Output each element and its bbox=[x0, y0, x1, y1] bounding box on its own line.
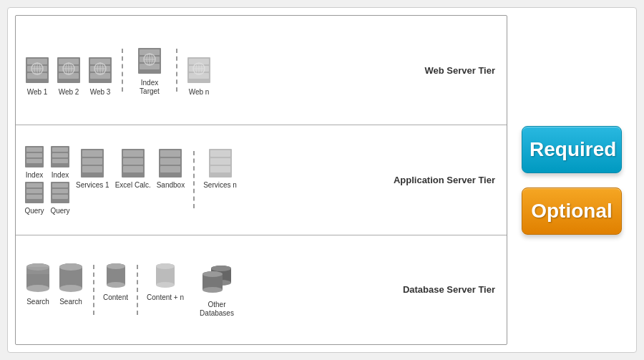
svg-point-83 bbox=[107, 282, 125, 288]
svg-rect-46 bbox=[26, 189, 42, 193]
item-label: Search bbox=[26, 298, 49, 306]
sandbox-icon bbox=[157, 147, 183, 179]
legend-panel: Required Optional bbox=[514, 15, 629, 345]
svg-rect-69 bbox=[210, 150, 230, 157]
svg-rect-50 bbox=[52, 153, 68, 157]
item-label: Index bbox=[52, 171, 69, 179]
app-server-icon bbox=[50, 180, 70, 205]
svg-rect-66 bbox=[160, 158, 180, 165]
other-db-icon bbox=[200, 261, 234, 298]
svg-rect-55 bbox=[52, 195, 68, 199]
svg-rect-70 bbox=[210, 158, 230, 165]
db-server-tier: Search Search bbox=[16, 235, 507, 344]
svg-rect-76 bbox=[26, 267, 49, 274]
list-item: Services 1 bbox=[76, 147, 109, 189]
list-item: Search bbox=[24, 261, 52, 306]
app-server-icon bbox=[24, 180, 44, 205]
svg-rect-49 bbox=[52, 147, 68, 152]
required-button[interactable]: Required bbox=[522, 126, 622, 173]
svg-rect-61 bbox=[123, 150, 143, 157]
svg-rect-65 bbox=[160, 150, 180, 157]
app-server-icon bbox=[50, 145, 70, 169]
services-n-icon bbox=[208, 147, 233, 179]
optional-button[interactable]: Optional bbox=[522, 188, 622, 235]
item-label: Services 1 bbox=[76, 181, 109, 189]
tier-divider bbox=[137, 265, 138, 315]
list-item: Index bbox=[24, 145, 44, 179]
svg-point-80 bbox=[59, 263, 82, 271]
list-item: Search bbox=[57, 261, 84, 306]
svg-point-79 bbox=[59, 285, 82, 292]
web-server-icon bbox=[186, 54, 212, 86]
svg-rect-42 bbox=[26, 153, 42, 157]
excel-icon bbox=[120, 147, 146, 179]
list-item: Web 3 bbox=[87, 54, 113, 96]
web-server-tier: Web 1 Web 2 bbox=[16, 16, 507, 125]
svg-rect-62 bbox=[123, 158, 143, 165]
db-search-icon bbox=[24, 261, 52, 296]
app-server-tier: Index Query bbox=[16, 125, 507, 235]
item-label: Query bbox=[24, 207, 44, 215]
svg-point-84 bbox=[107, 263, 125, 269]
item-label: Query bbox=[50, 207, 69, 215]
web-tier-items: Web 1 Web 2 bbox=[24, 45, 212, 96]
list-item: Services n bbox=[203, 147, 237, 189]
list-item: Web 1 bbox=[24, 54, 50, 96]
web-server-icon bbox=[56, 54, 82, 86]
tier-divider bbox=[193, 151, 195, 208]
svg-rect-47 bbox=[26, 195, 42, 199]
web-server-icon bbox=[87, 54, 113, 86]
svg-rect-63 bbox=[123, 166, 143, 172]
svg-rect-51 bbox=[52, 159, 68, 163]
item-label: Web 2 bbox=[59, 88, 79, 96]
item-label: Search bbox=[59, 298, 82, 306]
svg-rect-58 bbox=[82, 158, 102, 165]
svg-rect-67 bbox=[160, 166, 180, 172]
svg-rect-71 bbox=[210, 166, 230, 172]
main-container: Web 1 Web 2 bbox=[7, 7, 637, 353]
svg-rect-54 bbox=[52, 189, 68, 193]
tier-divider bbox=[93, 265, 94, 315]
svg-point-88 bbox=[156, 263, 175, 269]
item-label: Web 3 bbox=[90, 88, 111, 96]
services-icon bbox=[79, 147, 105, 179]
list-item: Query bbox=[24, 180, 44, 215]
web-server-icon bbox=[24, 54, 50, 86]
list-item: Sandbox bbox=[157, 147, 185, 189]
app-tier-items: Index Query bbox=[24, 145, 237, 215]
svg-rect-57 bbox=[82, 150, 102, 157]
architecture-diagram: Web 1 Web 2 bbox=[15, 15, 507, 345]
item-label: Index bbox=[26, 171, 43, 179]
item-label: Web n bbox=[189, 88, 210, 96]
item-label: Index Target bbox=[132, 79, 167, 96]
list-item: Query bbox=[50, 180, 70, 215]
item-label: Content + n bbox=[147, 293, 184, 301]
tier-label: Application Server Tier bbox=[394, 175, 495, 185]
list-item: Web 2 bbox=[56, 54, 82, 96]
svg-rect-53 bbox=[52, 183, 68, 188]
item-label: Other Databases bbox=[195, 301, 238, 318]
list-item: Web n bbox=[186, 54, 212, 96]
app-server-icon bbox=[24, 145, 44, 169]
tier-divider bbox=[122, 49, 123, 92]
db-tier-items: Search Search bbox=[24, 261, 238, 318]
item-label: Web 1 bbox=[27, 88, 48, 96]
tier-divider bbox=[176, 49, 177, 92]
tier-label: Database Server Tier bbox=[403, 284, 495, 295]
tier-label: Web Server Tier bbox=[424, 65, 495, 76]
list-item: Other Databases bbox=[195, 261, 238, 318]
svg-rect-43 bbox=[26, 159, 42, 163]
item-label: Excel Calc. bbox=[115, 181, 151, 189]
db-search-icon bbox=[57, 261, 84, 296]
item-label: Services n bbox=[203, 181, 237, 189]
db-content-n-icon bbox=[154, 261, 177, 291]
item-label: Content bbox=[103, 293, 128, 301]
index-target-icon bbox=[137, 45, 162, 77]
svg-rect-59 bbox=[82, 166, 102, 172]
list-item: Content bbox=[103, 261, 128, 301]
item-label: Sandbox bbox=[157, 181, 185, 189]
list-item: Index bbox=[50, 145, 70, 179]
list-item: Content + n bbox=[147, 261, 184, 301]
list-item: Index Target bbox=[132, 45, 167, 96]
svg-rect-45 bbox=[26, 183, 42, 188]
